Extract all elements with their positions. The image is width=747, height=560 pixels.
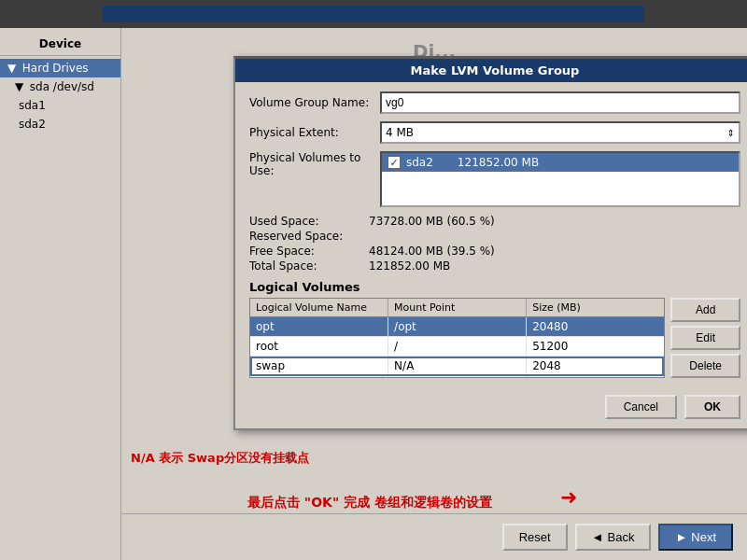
sidebar-item-sda2[interactable]: sda2 <box>0 115 120 133</box>
physical-extent-label: Physical Extent: <box>249 126 380 139</box>
free-space-label: Free Space: <box>249 245 361 258</box>
lv-size-root: 51200 <box>527 337 664 356</box>
bottom-bar: Reset ◄ Back ► Next <box>121 513 747 560</box>
select-arrow-icon: ⇕ <box>727 128 735 138</box>
dialog-body: Volume Group Name: Physical Extent: 4 MB… <box>235 82 747 428</box>
physical-extent-select[interactable]: 4 MB ⇕ <box>380 121 740 144</box>
lv-size-opt: 20480 <box>527 317 664 336</box>
vg-name-row: Volume Group Name: <box>249 91 740 114</box>
dialog-titlebar: Make LVM Volume Group <box>235 59 747 82</box>
lv-col-mount: Mount Point <box>388 299 527 316</box>
physical-extent-value: 4 MB <box>386 126 414 139</box>
dialog-buttons: Cancel OK <box>249 387 740 419</box>
main-area: Device ▼ Hard Drives ▼ sda /dev/sd sda1 … <box>0 28 747 560</box>
lv-table-header: Logical Volume Name Mount Point Size (MB… <box>250 299 664 317</box>
delete-lv-button[interactable]: Delete <box>670 354 740 378</box>
free-space-value: 48124.00 MB (39.5 %) <box>369 245 495 258</box>
lv-mount-root: / <box>388 337 527 356</box>
lv-name-root: root <box>250 337 388 356</box>
pv-label: Physical Volumes to Use: <box>249 151 380 177</box>
na-annotation: N/A 表示 Swap分区没有挂载点 <box>131 450 309 467</box>
lv-buttons: Add Edit Delete <box>670 298 740 378</box>
lvm-dialog: Make LVM Volume Group Volume Group Name:… <box>233 56 747 430</box>
total-space-label: Total Space: <box>249 259 361 273</box>
lv-table-area: Logical Volume Name Mount Point Size (MB… <box>249 298 740 378</box>
sidebar-item-hard-drives[interactable]: ▼ Hard Drives <box>0 59 120 77</box>
pv-item-sda2[interactable]: sda2 121852.00 MB <box>382 153 739 172</box>
ok-button[interactable]: OK <box>684 395 740 419</box>
next-label: Next <box>691 530 716 544</box>
pv-row: Physical Volumes to Use: sda2 121852.00 … <box>249 151 740 207</box>
reset-label: Reset <box>519 530 551 544</box>
top-bar <box>0 0 747 28</box>
right-content: Di... Make LVM Volume Group Volume Group… <box>121 28 747 560</box>
next-arrow-icon: ► <box>675 530 687 544</box>
lv-col-name: Logical Volume Name <box>250 299 388 316</box>
total-space-value: 121852.00 MB <box>369 259 450 273</box>
lv-name-swap: swap <box>250 357 388 375</box>
sidebar-item-sda1[interactable]: sda1 <box>0 96 120 115</box>
lv-row-swap[interactable]: swap N/A 2048 <box>250 357 664 376</box>
back-label: Back <box>607 530 634 544</box>
pv-size-sda2: 121852.00 MB <box>458 156 539 169</box>
arrow-icon-sda: ▼ <box>15 80 26 93</box>
reset-button[interactable]: Reset <box>502 524 568 551</box>
lv-col-size: Size (MB) <box>527 299 664 316</box>
reserved-space-row: Reserved Space: <box>249 230 740 243</box>
top-bar-inner <box>103 6 644 22</box>
pv-list: sda2 121852.00 MB <box>380 151 740 207</box>
used-space-value: 73728.00 MB (60.5 %) <box>369 215 495 228</box>
back-arrow-icon: ◄ <box>592 530 604 544</box>
next-button[interactable]: ► Next <box>658 524 733 551</box>
edit-lv-button[interactable]: Edit <box>670 326 740 350</box>
lv-size-swap: 2048 <box>527 357 664 375</box>
vg-name-label: Volume Group Name: <box>249 96 380 109</box>
lv-mount-opt: /opt <box>388 317 527 336</box>
space-info: Used Space: 73728.00 MB (60.5 %) Reserve… <box>249 215 740 273</box>
lv-section-title: Logical Volumes <box>249 280 740 294</box>
used-space-label: Used Space: <box>249 215 361 228</box>
ok-arrow-icon: ➜ <box>560 485 577 509</box>
vg-name-input[interactable] <box>380 91 740 114</box>
device-header: Device <box>0 33 120 56</box>
lv-row-root[interactable]: root / 51200 <box>250 337 664 357</box>
lv-row-opt[interactable]: opt /opt 20480 <box>250 317 664 337</box>
back-button[interactable]: ◄ Back <box>575 524 652 551</box>
cancel-button[interactable]: Cancel <box>605 395 677 419</box>
bottom-annotation: 最后点击 "OK" 完成 卷组和逻辑卷的设置 <box>247 495 492 511</box>
used-space-row: Used Space: 73728.00 MB (60.5 %) <box>249 215 740 228</box>
dialog-title: Make LVM Volume Group <box>411 63 580 77</box>
lv-name-opt: opt <box>250 317 388 336</box>
pv-name-sda2: sda2 <box>406 156 433 169</box>
add-lv-button[interactable]: Add <box>670 298 740 322</box>
total-space-row: Total Space: 121852.00 MB <box>249 259 740 273</box>
free-space-row: Free Space: 48124.00 MB (39.5 %) <box>249 245 740 258</box>
sidebar-item-sda[interactable]: ▼ sda /dev/sd <box>0 77 120 96</box>
arrow-icon: ▼ <box>7 62 19 75</box>
left-panel: Device ▼ Hard Drives ▼ sda /dev/sd sda1 … <box>0 28 121 560</box>
lv-table: Logical Volume Name Mount Point Size (MB… <box>249 298 665 378</box>
physical-extent-row: Physical Extent: 4 MB ⇕ <box>249 121 740 144</box>
pv-checkbox-sda2[interactable] <box>388 156 401 169</box>
lv-mount-swap: N/A <box>388 357 527 375</box>
reserved-space-label: Reserved Space: <box>249 230 361 243</box>
